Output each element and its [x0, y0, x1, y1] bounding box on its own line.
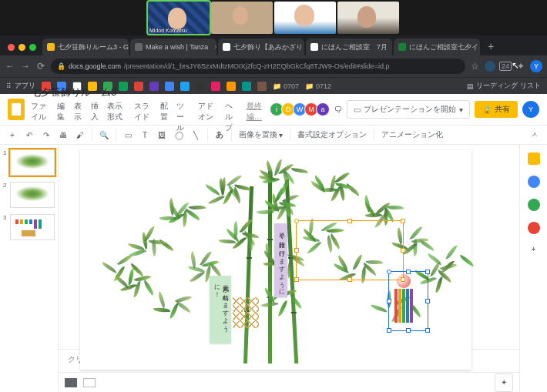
collaborators: i D W M a — [272, 102, 330, 116]
ime-button[interactable]: あ — [212, 127, 227, 142]
canvas-area: 早く旅行に行けますように 天気が晴れますように！ 夕 — [59, 145, 519, 392]
url-path: /presentation/d/1_brsJY6SzxMdtzMOIXj2fcQ… — [124, 62, 389, 70]
slides-logo-icon[interactable] — [8, 99, 25, 120]
participant-1-name: Midori Komatsu — [149, 28, 187, 33]
back-button[interactable]: ← — [5, 61, 15, 72]
profile-avatar[interactable]: Y — [530, 60, 542, 72]
tab-make-a-wish[interactable]: Make a wish | Tanza× — [130, 39, 216, 55]
participant-3[interactable] — [274, 2, 336, 34]
redo-button[interactable]: ↷ — [39, 127, 54, 142]
share-button[interactable]: 🔒 共有 — [475, 101, 518, 118]
thumbnail-3[interactable] — [10, 214, 55, 240]
document-title[interactable]: 七夕笹飾りルーム3 — [31, 85, 266, 99]
forward-button[interactable]: → — [20, 61, 31, 72]
comments-icon[interactable]: 🗨 — [334, 106, 342, 114]
add-panel-button[interactable]: + — [532, 245, 536, 253]
new-tab-button[interactable]: + — [482, 40, 500, 55]
animation[interactable]: アニメーション化 — [378, 129, 446, 140]
extensions-icon[interactable]: ✦ — [515, 61, 526, 72]
tanzaku-green[interactable]: 天気が晴れますように！ — [210, 276, 231, 343]
explore-button[interactable]: ✦ — [495, 374, 513, 392]
shape-tool[interactable]: ◯ — [171, 127, 186, 142]
reading-list[interactable]: ▤ リーディング リスト — [467, 81, 541, 91]
print-button[interactable]: 🖶 — [55, 127, 71, 142]
bookmark-folder-0707[interactable]: 📁0707 — [273, 82, 299, 90]
tasks-icon[interactable] — [528, 176, 540, 188]
tab-strip: 七夕笹飾りルーム3 - G× Make a wish | Tanza× 七夕飾り… — [0, 35, 547, 55]
hide-menus-button[interactable]: ㅅ — [527, 127, 542, 142]
gold-ornament[interactable] — [233, 297, 259, 328]
contacts-icon[interactable] — [528, 199, 540, 211]
grid-view-icon[interactable] — [83, 378, 96, 387]
select-tool[interactable]: ▭ — [120, 127, 136, 142]
bookmark-folder-0712[interactable]: 📁0712 — [305, 82, 331, 90]
star-icon[interactable]: ☆ — [470, 61, 481, 72]
workspace: 1 2 3 早く旅行に行けますように 天気が晴れますように！ — [0, 145, 547, 392]
image-tool[interactable]: 🖼 — [154, 127, 169, 142]
selection-box-b[interactable] — [388, 271, 428, 331]
side-panel: + — [519, 145, 547, 392]
window-controls — [3, 44, 42, 55]
maximize-window[interactable] — [29, 44, 36, 51]
address-bar-row: ← → ⟳ 🔒 docs.google.com/presentation/d/1… — [0, 55, 547, 77]
line-tool[interactable]: ╲ — [188, 127, 203, 142]
extension-icons: ☆ 24 ✦ Y — [470, 60, 542, 72]
url-host: docs.google.com — [69, 62, 121, 70]
slide-thumbnails: 1 2 3 — [0, 145, 59, 392]
participant-4[interactable] — [337, 2, 399, 34]
textbox-tool[interactable]: T — [137, 127, 153, 142]
present-button[interactable]: ▭ プレゼンテーションを開始 ▾ — [347, 100, 470, 119]
minimize-window[interactable] — [18, 44, 25, 51]
close-icon[interactable]: × — [214, 43, 216, 51]
toolbar: + ↶ ↷ 🖶 🖌 🔍 ▭ T 🖼 ◯ ╲ あ 画像を置換 ▾ 書式設定オプショ… — [0, 125, 547, 145]
filmstrip-view-icon[interactable] — [65, 378, 77, 387]
thumbnail-2[interactable] — [10, 182, 55, 208]
maps-icon[interactable] — [528, 222, 540, 234]
google-slides-app: 七夕笹飾りルーム3 ファイル 編集 表示 挿入 表示形式 スライド 配置 ツール… — [0, 94, 547, 392]
reload-button[interactable]: ⟳ — [35, 61, 46, 72]
slides-header: 七夕笹飾りルーム3 ファイル 編集 表示 挿入 表示形式 スライド 配置 ツール… — [0, 94, 547, 125]
new-slide-button[interactable]: + — [5, 127, 20, 142]
zoom-button[interactable]: 🔍 — [96, 127, 112, 142]
tab-slides[interactable]: 七夕笹飾りルーム3 - G× — [42, 39, 129, 55]
address-bar[interactable]: 🔒 docs.google.com/presentation/d/1_brsJY… — [51, 59, 465, 74]
browser-window: 七夕笹飾りルーム3 - G× Make a wish | Tanza× 七夕飾り… — [0, 35, 547, 392]
keep-icon[interactable] — [528, 152, 540, 165]
tab-gmail[interactable]: にほんご相談室 7月× — [306, 39, 392, 55]
account-avatar[interactable]: Y — [522, 101, 539, 118]
undo-button[interactable]: ↶ — [22, 127, 37, 142]
video-call-strip: Midori Komatsu — [0, 0, 547, 35]
tabs-count[interactable]: 24 — [499, 62, 512, 71]
participant-2[interactable] — [211, 2, 273, 34]
lock-icon: 🔒 — [57, 62, 65, 70]
apps-icon: ⠿ — [6, 82, 12, 90]
collab-avatar[interactable]: a — [316, 102, 330, 116]
tab-amikazari[interactable]: 七夕飾り【あみかざり× — [218, 39, 304, 55]
extension-1[interactable] — [485, 61, 495, 72]
slide-canvas[interactable]: 早く旅行に行けますように 天気が晴れますように！ 夕 — [80, 149, 471, 370]
thumbnail-1[interactable] — [10, 149, 55, 176]
paint-format-button[interactable]: 🖌 — [72, 127, 88, 142]
participant-1[interactable]: Midori Komatsu — [148, 2, 210, 34]
format-options[interactable]: 書式設定オプション — [294, 129, 370, 140]
tab-sheets[interactable]: にほんご相談室七夕イ× — [394, 39, 480, 55]
tanzaku-purple[interactable]: 早く旅行に行けますように — [274, 223, 287, 297]
bottom-bar: ✦ — [59, 372, 519, 392]
last-edit[interactable]: 最終編… — [247, 101, 266, 133]
close-window[interactable] — [8, 44, 15, 51]
